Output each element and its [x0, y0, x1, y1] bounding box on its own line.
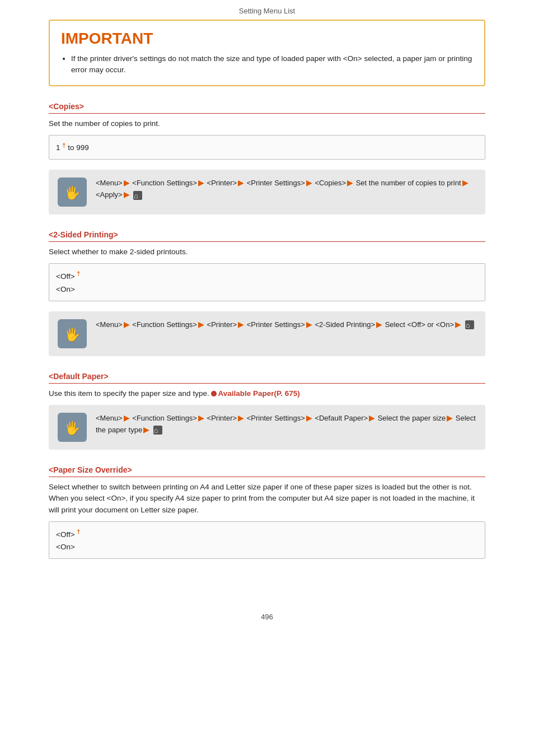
two-sided-options: <Off> † <On>	[49, 263, 485, 301]
paper-size-override-heading: <Paper Size Override>	[49, 465, 485, 474]
paper-size-dagger: †	[77, 528, 80, 535]
copies-desc: Set the number of copies to print.	[49, 118, 485, 129]
two-sided-nav-box: 🖐 <Menu>▶ <Function Settings>▶ <Printer>…	[49, 311, 485, 356]
svg-text:🖐: 🖐	[64, 185, 81, 200]
two-sided-dagger: †	[77, 270, 80, 277]
two-sided-nav-text: <Menu>▶ <Function Settings>▶ <Printer>▶ …	[96, 319, 476, 331]
important-list: If the printer driver's settings do not …	[61, 53, 473, 76]
default-paper-divider	[49, 383, 485, 384]
copies-heading: <Copies>	[49, 102, 485, 111]
paper-size-override-options: <Off> † <On>	[49, 521, 485, 559]
default-paper-nav-box: 🖐 <Menu>▶ <Function Settings>▶ <Printer>…	[49, 405, 485, 450]
paper-size-option-off: <Off> †	[56, 526, 478, 541]
svg-text:🖐: 🖐	[64, 326, 81, 342]
default-paper-hand-icon: 🖐	[58, 413, 87, 442]
default-paper-desc: Use this item to specify the paper size …	[49, 388, 485, 399]
copies-section: <Copies> Set the number of copies to pri…	[49, 102, 485, 160]
copies-nav-text: <Menu>▶ <Function Settings>▶ <Printer>▶ …	[96, 178, 476, 201]
svg-text:🖐: 🖐	[64, 420, 81, 436]
two-sided-section: <2-Sided Printing> Select whether to mak…	[49, 230, 485, 301]
copies-nav-box: 🖐 <Menu>▶ <Function Settings>▶ <Printer>…	[49, 170, 485, 214]
default-paper-heading: <Default Paper>	[49, 372, 485, 381]
important-title: IMPORTANT	[61, 30, 473, 48]
copies-hand-icon: 🖐	[58, 178, 87, 207]
paper-size-override-desc: Select whether to switch between printin…	[49, 482, 485, 516]
default-paper-section: <Default Paper> Use this item to specify…	[49, 372, 485, 399]
default-paper-nav-text: <Menu>▶ <Function Settings>▶ <Printer>▶ …	[96, 413, 476, 436]
two-sided-heading: <2-Sided Printing>	[49, 230, 485, 239]
link-circle-icon	[211, 391, 217, 396]
two-sided-option-off: <Off> †	[56, 268, 478, 283]
page-header: Setting Menu List	[0, 0, 534, 20]
paper-size-option-on: <On>	[56, 541, 478, 554]
copies-option-1: 1 † to 999	[56, 143, 89, 152]
important-box: IMPORTANT If the printer driver's settin…	[49, 20, 485, 86]
page-number: 496	[0, 603, 534, 621]
copies-divider	[49, 113, 485, 114]
two-sided-divider	[49, 241, 485, 242]
two-sided-desc: Select whether to make 2-sided printouts…	[49, 246, 485, 258]
paper-size-override-divider	[49, 477, 485, 477]
copies-options: 1 † to 999	[49, 135, 485, 160]
two-sided-option-on: <On>	[56, 283, 478, 296]
default-paper-home-icon	[153, 426, 162, 435]
paper-size-override-section: <Paper Size Override> Select whether to …	[49, 465, 485, 559]
copies-dagger: †	[62, 142, 65, 148]
important-item-1: If the printer driver's settings do not …	[71, 53, 473, 76]
two-sided-home-icon	[465, 320, 474, 329]
two-sided-hand-icon: 🖐	[58, 319, 87, 348]
copies-home-icon	[133, 191, 142, 200]
available-paper-link[interactable]: Available Paper(P. 675)	[218, 389, 299, 398]
